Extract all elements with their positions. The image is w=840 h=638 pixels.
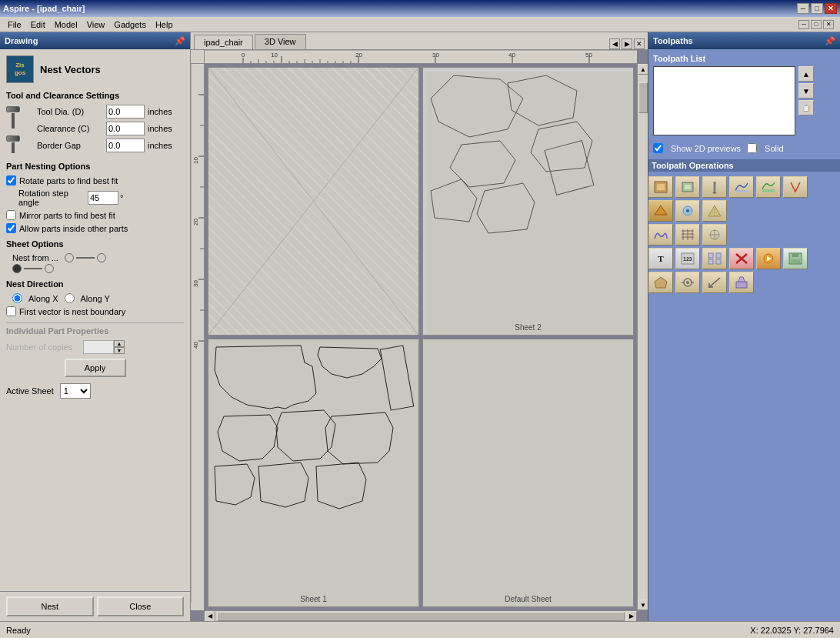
active-sheet-select[interactable]: 1 2 xyxy=(60,383,91,399)
tab-back-button[interactable]: ◀ xyxy=(609,38,620,49)
copies-up-button[interactable]: ▲ xyxy=(114,340,125,347)
nest-icon-bottom xyxy=(12,264,54,273)
op-3d-rough-button[interactable] xyxy=(729,176,754,198)
sheet-grid: Sheet 2 xyxy=(205,64,637,610)
svg-text:10: 10 xyxy=(271,52,278,58)
op-3d-finish-button[interactable] xyxy=(756,176,781,198)
scroll-thumb-h[interactable] xyxy=(217,612,625,621)
op-inlay-button[interactable] xyxy=(648,200,673,222)
scroll-right-button[interactable]: ▶ xyxy=(626,611,637,622)
tool-dia-unit: inches xyxy=(148,107,172,116)
show-previews-checkbox[interactable] xyxy=(653,143,663,153)
ruler-v-svg: 0 10 20 30 40 xyxy=(191,64,205,603)
sheet-2-label: Sheet 2 xyxy=(423,322,633,333)
tool-dia-label: Tool Dia. (D) xyxy=(37,107,106,116)
canvas-content: Sheet 2 xyxy=(205,64,637,610)
svg-rect-62 xyxy=(762,189,775,192)
svg-text:123: 123 xyxy=(683,256,692,262)
tab-forward-button[interactable]: ▶ xyxy=(622,38,632,49)
clearance-input[interactable] xyxy=(106,122,145,135)
copies-down-button[interactable]: ▼ xyxy=(114,347,125,354)
op-simulate-button[interactable] xyxy=(756,248,781,269)
titlebar-title: Aspire - [ipad_chair] xyxy=(3,4,85,13)
nest-button[interactable]: Nest xyxy=(6,596,94,616)
tool-dia-input[interactable] xyxy=(106,105,145,119)
minimize-button[interactable]: ─ xyxy=(797,3,809,14)
op-texture-button[interactable] xyxy=(675,224,700,246)
menu-gadgets[interactable]: Gadgets xyxy=(109,18,151,31)
along-x-radio[interactable] xyxy=(12,293,22,303)
rotation-step-input[interactable] xyxy=(88,191,118,205)
coordinates-text: X: 22.0325 Y: 27.7964 xyxy=(750,626,834,635)
op-save-button[interactable] xyxy=(783,248,808,269)
menubar: File Edit Model View Gadgets Help ─ □ ✕ xyxy=(0,17,840,32)
tab-controls: ◀ ▶ ✕ xyxy=(609,38,645,49)
tab-close-button[interactable]: ✕ xyxy=(634,38,645,49)
first-vector-checkbox[interactable] xyxy=(6,306,16,316)
panel-pin-icon[interactable]: 📌 xyxy=(175,36,185,46)
op-profile-button[interactable] xyxy=(648,176,673,198)
rotate-checkbox[interactable] xyxy=(6,175,16,185)
menu-edit[interactable]: Edit xyxy=(26,18,50,31)
op-drill-button[interactable] xyxy=(702,176,727,198)
menu-help[interactable]: Help xyxy=(151,18,178,31)
op-text-button[interactable]: T xyxy=(648,248,673,269)
svg-rect-96 xyxy=(736,282,747,288)
tool-clearance-title: Tool and Clearance Settings xyxy=(6,91,184,100)
op-tooldb-button[interactable]: 123 xyxy=(675,248,700,269)
right-panel-pin-icon[interactable]: 📌 xyxy=(825,36,835,46)
toolpath-action-button[interactable]: 📋 xyxy=(798,100,814,115)
nest-line-2 xyxy=(24,268,42,269)
op-view-button[interactable] xyxy=(675,272,700,293)
nest-circle-2 xyxy=(97,253,106,262)
along-y-radio[interactable] xyxy=(65,293,75,303)
ops-row-5 xyxy=(648,272,840,293)
scroll-down-button[interactable]: ▼ xyxy=(638,600,648,610)
close-button[interactable]: ✕ xyxy=(825,3,837,14)
svg-marker-66 xyxy=(708,205,721,216)
scroll-left-button[interactable]: ◀ xyxy=(205,611,215,622)
tab-ipad-chair[interactable]: ipad_chair xyxy=(194,35,253,49)
copies-input[interactable] xyxy=(83,340,114,354)
op-pocket-button[interactable] xyxy=(675,176,700,198)
app-close-button[interactable]: ✕ xyxy=(823,20,834,29)
menu-view[interactable]: View xyxy=(82,18,110,31)
maximize-button[interactable]: □ xyxy=(811,3,823,14)
op-material-button[interactable] xyxy=(648,272,673,293)
tab-3d-view[interactable]: 3D View xyxy=(255,34,306,49)
solid-checkbox[interactable] xyxy=(747,143,757,153)
op-fluting-button[interactable] xyxy=(648,224,673,246)
menu-model[interactable]: Model xyxy=(50,18,82,31)
allow-inside-checkbox[interactable] xyxy=(6,223,16,233)
op-prism-button[interactable] xyxy=(702,200,727,222)
sheet-options-title: Sheet Options xyxy=(6,239,184,249)
svg-rect-78 xyxy=(716,253,721,258)
close-button[interactable]: Close xyxy=(97,596,185,616)
toolpath-up-button[interactable]: ▲ xyxy=(798,66,814,82)
menu-file[interactable]: File xyxy=(3,18,26,31)
scroll-thumb-v[interactable] xyxy=(638,82,648,113)
mirror-checkbox[interactable] xyxy=(6,210,16,220)
op-fixture-button[interactable] xyxy=(729,272,754,293)
svg-text:10: 10 xyxy=(192,157,199,164)
op-preview-button[interactable] xyxy=(675,200,700,222)
op-measure-button[interactable] xyxy=(702,272,727,293)
op-array-button[interactable] xyxy=(702,248,727,269)
toolpath-list-box xyxy=(653,66,795,135)
svg-text:0: 0 xyxy=(242,52,245,58)
op-vcarve-button[interactable] xyxy=(783,176,808,198)
clearance-unit: inches xyxy=(148,124,172,133)
scroll-up-button[interactable]: ▲ xyxy=(638,64,648,75)
app-restore-button[interactable]: □ xyxy=(811,20,822,29)
default-sheet: Default Sheet xyxy=(422,339,634,607)
border-gap-input[interactable] xyxy=(106,139,145,152)
nest-circle-filled xyxy=(12,264,22,273)
panel-title-row: Zis gos Nest Vectors xyxy=(6,55,184,83)
op-delete-button[interactable] xyxy=(729,248,754,269)
toolpath-list-row: ▲ ▼ 📋 xyxy=(653,66,835,139)
op-engrave-button[interactable] xyxy=(702,224,727,246)
apply-button[interactable]: Apply xyxy=(65,359,126,377)
app-minimize-button[interactable]: ─ xyxy=(798,20,809,29)
ops-row-2 xyxy=(648,200,840,222)
toolpath-down-button[interactable]: ▼ xyxy=(798,83,814,99)
